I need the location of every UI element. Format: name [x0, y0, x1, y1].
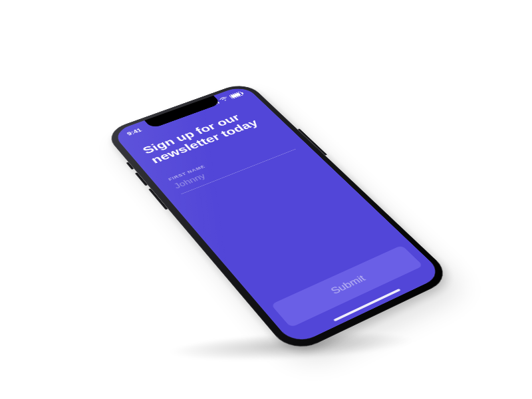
phone-screen: 9:41 Sign up for our newslett	[111, 84, 444, 346]
battery-icon	[229, 91, 243, 98]
mute-switch	[126, 162, 134, 170]
status-time: 9:41	[126, 128, 143, 137]
phone-device-frame: 9:41 Sign up for our newslett	[103, 81, 455, 355]
volume-up-button	[135, 172, 148, 186]
wifi-icon	[219, 96, 230, 102]
